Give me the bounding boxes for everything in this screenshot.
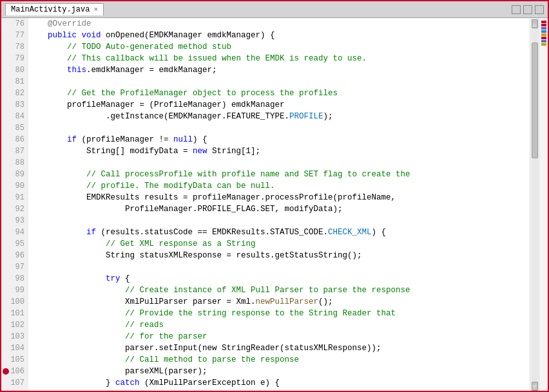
code-line: XmlPullParser parser = Xml.newPullParser… <box>28 296 333 308</box>
line-number: 88 <box>1 157 28 169</box>
table-row: 84 .getInstance(EMDKManager.FEATURE_TYPE… <box>1 111 530 122</box>
line-number: 98 <box>1 273 28 285</box>
code-line: if (profileManager != null) { <box>28 134 207 145</box>
code-line <box>28 261 34 273</box>
window-controls: — □ × <box>512 5 544 14</box>
line-number: 86 <box>1 134 28 145</box>
line-number: 80 <box>1 64 28 76</box>
table-row: 90 // profile. The modifyData can be nul… <box>1 180 530 192</box>
table-row: 77 public void onOpened(EMDKManager emdk… <box>1 30 530 41</box>
table-row: 102 // reads <box>1 319 530 331</box>
minimap-mark <box>541 24 546 26</box>
code-line: ProfileManager.PROFILE_FLAG.SET, modifyD… <box>28 203 343 215</box>
code-line: } catch (XmlPullParserException e) { <box>28 377 280 389</box>
line-number: 107 <box>1 377 28 389</box>
code-line: this.emdkManager = emdkManager; <box>28 64 217 76</box>
code-line: profileManager = (ProfileManager) emdkMa… <box>28 99 285 111</box>
table-row: 108 e.printStackTrace(); <box>1 389 530 391</box>
scroll-up-arrow[interactable]: ▲ <box>532 19 538 28</box>
line-number: 99 <box>1 285 28 296</box>
code-line: parser.setInput(new StringReader(statusX… <box>28 342 381 354</box>
table-row: 81 <box>1 76 530 88</box>
table-row: 76 @Override <box>1 18 530 30</box>
table-row: 100 XmlPullParser parser = Xml.newPullPa… <box>1 296 530 308</box>
line-number: 76 <box>1 18 28 30</box>
table-row: 99 // Create instance of XML Pull Parser… <box>1 285 530 296</box>
table-row: 82 // Get the ProfileManager object to p… <box>1 88 530 99</box>
line-number: 101 <box>1 308 28 319</box>
close-button[interactable]: × <box>535 5 544 14</box>
code-line: // This callback will be issued when the… <box>28 53 367 64</box>
line-number: 106 <box>1 366 28 377</box>
title-bar: MainActivity.java × — □ × <box>1 1 548 18</box>
code-line: // Call processProfile with profile name… <box>28 169 410 180</box>
minimap-mark <box>541 40 546 42</box>
table-row: 91 EMDKResults results = profileManager.… <box>1 192 530 203</box>
line-number: 82 <box>1 88 28 99</box>
code-line: try { <box>28 273 130 285</box>
table-row: 103 // for the parser <box>1 331 530 342</box>
code-line <box>28 76 34 88</box>
line-number: 91 <box>1 192 28 203</box>
maximize-button[interactable]: □ <box>523 5 532 14</box>
scroll-thumb[interactable] <box>532 42 538 158</box>
table-row: 78 // TODO Auto-generated method stub <box>1 41 530 53</box>
minimap-mark <box>541 30 546 33</box>
scroll-down-arrow[interactable]: ▼ <box>532 382 538 391</box>
code-line: String statusXMLResponse = results.getSt… <box>28 250 362 261</box>
code-line: // profile. The modifyData can be null. <box>28 180 275 192</box>
line-number: 81 <box>1 76 28 88</box>
code-line: // for the parser <box>28 331 207 342</box>
title-tab[interactable]: MainActivity.java × <box>5 3 104 15</box>
table-row: 95 // Get XML response as a String <box>1 238 530 250</box>
table-row: 107 } catch (XmlPullParserException e) { <box>1 377 530 389</box>
line-number: 97 <box>1 261 28 273</box>
code-line: // Get XML response as a String <box>28 238 256 250</box>
table-row: 92 ProfileManager.PROFILE_FLAG.SET, modi… <box>1 203 530 215</box>
code-line: e.printStackTrace(); <box>28 389 222 391</box>
tab-close-icon[interactable]: × <box>93 6 98 14</box>
minimap-mark <box>541 21 546 23</box>
code-line: if (results.statusCode == EMDKResults.ST… <box>28 227 386 238</box>
code-line: EMDKResults results = profileManager.pro… <box>28 192 396 203</box>
minimap-mark <box>541 27 546 30</box>
table-row: 97 <box>1 261 530 273</box>
code-line: // reads <box>28 319 164 331</box>
scrollbar[interactable]: ▲ ▼ <box>530 18 539 391</box>
table-row: 94 if (results.statusCode == EMDKResults… <box>1 227 530 238</box>
line-number: 92 <box>1 203 28 215</box>
line-number: 94 <box>1 227 28 238</box>
table-row: 83 profileManager = (ProfileManager) emd… <box>1 99 530 111</box>
code-line: .getInstance(EMDKManager.FEATURE_TYPE.PR… <box>28 111 333 122</box>
code-line: @Override <box>28 18 92 30</box>
table-row: 85 <box>1 122 530 134</box>
line-number: 84 <box>1 111 28 122</box>
table-row: 93 <box>1 215 530 227</box>
line-number: 93 <box>1 215 28 227</box>
line-number: 102 <box>1 319 28 331</box>
line-number: 85 <box>1 122 28 134</box>
line-number: 90 <box>1 180 28 192</box>
code-line <box>28 122 34 134</box>
line-number: 83 <box>1 99 28 111</box>
table-row: 89 // Call processProfile with profile n… <box>1 169 530 180</box>
line-number: 96 <box>1 250 28 261</box>
tab-filename: MainActivity.java <box>11 5 90 14</box>
table-row: 87 String[] modifyData = new String[1]; <box>1 145 530 157</box>
line-number: 77 <box>1 30 28 41</box>
line-number: 87 <box>1 145 28 157</box>
minimap-mark <box>541 33 546 36</box>
code-line <box>28 215 34 227</box>
line-number: 89 <box>1 169 28 180</box>
line-number: 100 <box>1 296 28 308</box>
table-row: 86 if (profileManager != null) { <box>1 134 530 145</box>
code-line: public void onOpened(EMDKManager emdkMan… <box>28 30 275 41</box>
code-line: // TODO Auto-generated method stub <box>28 41 231 53</box>
table-row: 96 String statusXMLResponse = results.ge… <box>1 250 530 261</box>
minimize-button[interactable]: — <box>512 5 521 14</box>
minimap-sidebar <box>539 18 548 391</box>
code-editor[interactable]: 76 @Override77 public void onOpened(EMDK… <box>1 18 530 391</box>
code-line: // Get the ProfileManager object to proc… <box>28 88 338 99</box>
code-line <box>28 157 34 169</box>
table-row: 105 // Call method to parse the response <box>1 354 530 366</box>
